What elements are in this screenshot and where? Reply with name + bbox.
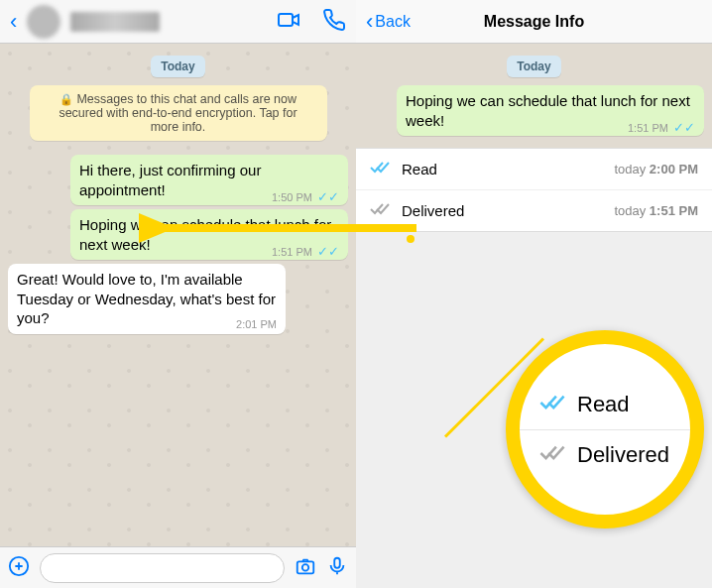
date-chip: Today bbox=[507, 56, 560, 77]
lock-icon: 🔒 bbox=[59, 93, 73, 105]
selected-message-bubble: Hoping we can schedule that lunch for ne… bbox=[397, 85, 704, 136]
read-ticks-icon: ✓✓ bbox=[673, 120, 695, 137]
date-chip: Today bbox=[151, 56, 204, 77]
encryption-text: Messages to this chat and calls are now … bbox=[59, 92, 297, 134]
info-header: ‹ Back Message Info bbox=[356, 0, 712, 44]
svg-rect-0 bbox=[279, 14, 293, 26]
delivered-ticks-icon bbox=[370, 202, 392, 219]
magnifier-row-delivered: Delivered bbox=[520, 429, 690, 480]
add-attachment-icon[interactable] bbox=[8, 555, 30, 581]
message-time: 1:51 PM bbox=[272, 246, 312, 258]
message-time: 2:01 PM bbox=[236, 318, 277, 330]
status-list: Read today 2:00 PM Delivered today 1:51 … bbox=[356, 148, 712, 232]
message-input[interactable] bbox=[40, 553, 285, 583]
svg-point-3 bbox=[302, 564, 308, 570]
highlight-magnifier: Read Delivered bbox=[506, 330, 704, 529]
chat-body[interactable]: Today 🔒 Messages to this chat and calls … bbox=[0, 44, 356, 546]
delivered-ticks-icon bbox=[539, 442, 567, 468]
magnifier-label: Delivered bbox=[577, 442, 669, 468]
highlight-connector-dot bbox=[407, 235, 415, 243]
status-time: today 2:00 PM bbox=[614, 162, 698, 176]
camera-icon[interactable] bbox=[295, 555, 316, 581]
read-ticks-icon bbox=[539, 392, 567, 417]
chat-panel: ‹ Today 🔒 Messages to this chat and call… bbox=[0, 0, 356, 588]
status-row-read: Read today 2:00 PM bbox=[356, 149, 712, 189]
status-label: Delivered bbox=[402, 202, 614, 219]
back-chevron-icon[interactable]: ‹ bbox=[10, 9, 17, 35]
video-call-icon[interactable] bbox=[277, 8, 300, 36]
message-bubble-in[interactable]: Great! Would love to, I'm available Tues… bbox=[8, 264, 286, 334]
read-ticks-icon: ✓✓ bbox=[317, 189, 339, 206]
header-actions bbox=[277, 8, 346, 36]
read-ticks-icon: ✓✓ bbox=[317, 244, 339, 261]
status-time: today 1:51 PM bbox=[614, 203, 698, 218]
message-bubble-out[interactable]: Hoping we can schedule that lunch for ne… bbox=[70, 209, 348, 260]
message-text: Hi there, just confirming our appointmen… bbox=[79, 162, 261, 198]
chat-input-bar bbox=[0, 546, 356, 588]
message-time: 1:50 PM bbox=[272, 191, 312, 203]
message-meta: 1:50 PM ✓✓ bbox=[272, 189, 339, 206]
status-label: Read bbox=[402, 161, 614, 177]
message-time: 1:51 PM bbox=[628, 122, 668, 134]
message-bubble-out[interactable]: Hi there, just confirming our appointmen… bbox=[70, 155, 348, 205]
back-chevron-icon: ‹ bbox=[366, 9, 373, 35]
message-meta: 1:51 PM ✓✓ bbox=[628, 120, 695, 137]
chat-header: ‹ bbox=[0, 0, 356, 44]
svg-rect-2 bbox=[297, 561, 314, 573]
back-button[interactable]: ‹ Back bbox=[366, 9, 411, 35]
microphone-icon[interactable] bbox=[326, 555, 348, 581]
info-message-preview: Today Hoping we can schedule that lunch … bbox=[356, 44, 712, 148]
status-row-delivered: Delivered today 1:51 PM bbox=[356, 189, 712, 231]
contact-avatar[interactable] bbox=[27, 5, 60, 39]
encryption-notice[interactable]: 🔒 Messages to this chat and calls are no… bbox=[30, 85, 327, 141]
magnifier-label: Read bbox=[577, 392, 630, 417]
read-ticks-icon bbox=[370, 161, 392, 177]
contact-name[interactable] bbox=[70, 12, 160, 32]
message-meta: 1:51 PM ✓✓ bbox=[272, 244, 339, 261]
message-meta: 2:01 PM bbox=[236, 317, 277, 331]
magnifier-row-read: Read bbox=[520, 380, 690, 429]
back-label: Back bbox=[375, 13, 411, 31]
svg-rect-4 bbox=[334, 557, 340, 567]
voice-call-icon[interactable] bbox=[322, 8, 346, 36]
